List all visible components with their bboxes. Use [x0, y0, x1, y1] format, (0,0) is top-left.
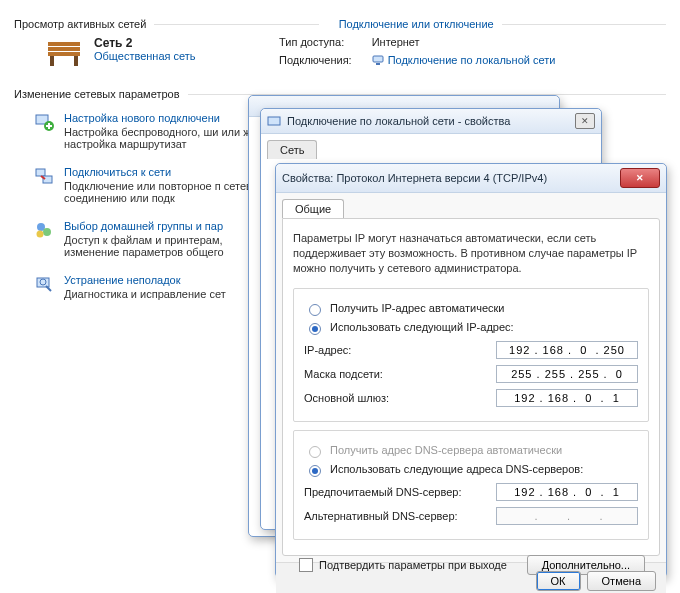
window-ipv4-properties: Свойства: Протокол Интернета версии 4 (T…: [275, 163, 667, 578]
info-text: Параметры IP могут назначаться автоматич…: [293, 231, 649, 276]
network-connect-icon: [34, 166, 54, 186]
divider: [502, 24, 666, 25]
titlebar[interactable]: Свойства: Протокол Интернета версии 4 (T…: [276, 164, 666, 193]
network-row: Сеть 2 Общественная сеть Тип доступа: По…: [14, 36, 666, 70]
ip-address-input[interactable]: [496, 341, 638, 359]
network-type-link[interactable]: Общественная сеть: [94, 50, 196, 62]
homegroup-icon: [34, 220, 54, 240]
ok-button[interactable]: ОК: [536, 571, 581, 591]
section-title: Изменение сетевых параметров: [14, 88, 180, 100]
task-troubleshoot[interactable]: Устранение неполадокДиагностика и исправ…: [14, 268, 274, 310]
task-homegroup[interactable]: Выбор домашней группы и парДоступ к файл…: [14, 214, 274, 268]
lan-connection-link[interactable]: Подключение по локальной сети: [388, 54, 556, 66]
svg-rect-0: [48, 42, 80, 46]
alternate-dns-label: Альтернативный DNS-сервер:: [304, 510, 496, 522]
tab-panel-general: Параметры IP могут назначаться автоматич…: [282, 218, 660, 556]
svg-rect-1: [48, 47, 80, 51]
task-desc: Подключение или повторное п сетевому сое…: [64, 180, 274, 204]
window-title: Свойства: Протокол Интернета версии 4 (T…: [282, 172, 614, 184]
svg-rect-9: [36, 169, 45, 176]
task-desc: Доступ к файлам и принтерам, изменение п…: [64, 234, 274, 258]
preferred-dns-label: Предпочитаемый DNS-сервер:: [304, 486, 496, 498]
task-desc: Диагностика и исправление сет: [64, 288, 226, 300]
monitor-icon: [372, 54, 384, 66]
svg-rect-6: [376, 63, 380, 65]
troubleshoot-icon: [34, 274, 54, 294]
ip-group: Получить IP-адрес автоматически Использо…: [293, 288, 649, 422]
task-title: Настройка нового подключени: [64, 112, 274, 124]
svg-rect-4: [74, 56, 78, 66]
wizard-plus-icon: [34, 112, 54, 132]
close-icon[interactable]: ✕: [575, 113, 595, 129]
radio-auto-ip[interactable]: Получить IP-адрес автоматически: [304, 301, 638, 316]
task-desc: Настройка беспроводного, ши или же настр…: [64, 126, 274, 150]
dns-group: Получить адрес DNS-сервера автоматически…: [293, 430, 649, 540]
access-type-label: Тип доступа:: [279, 36, 352, 48]
alternate-dns-input[interactable]: [496, 507, 638, 525]
svg-point-12: [43, 228, 51, 236]
preferred-dns-input[interactable]: [496, 483, 638, 501]
svg-rect-5: [373, 56, 383, 62]
svg-rect-16: [268, 117, 280, 125]
task-connect-network[interactable]: Подключиться к сетиПодключение или повто…: [14, 160, 274, 214]
svg-rect-3: [50, 56, 54, 66]
radio-auto-dns: Получить адрес DNS-сервера автоматически: [304, 443, 638, 458]
network-center-background: Просмотр активных сетей Подключение или …: [0, 0, 680, 593]
task-title: Выбор домашней группы и пар: [64, 220, 274, 232]
svg-point-13: [37, 231, 44, 238]
subnet-mask-label: Маска подсети:: [304, 368, 496, 380]
gateway-label: Основной шлюз:: [304, 392, 496, 404]
task-title: Устранение неполадок: [64, 274, 226, 286]
connections-label: Подключения:: [279, 54, 352, 66]
window-title: Подключение по локальной сети - свойства: [287, 115, 569, 127]
tab-network[interactable]: Сеть: [267, 140, 317, 159]
radio-manual-ip[interactable]: Использовать следующий IP-адрес:: [304, 320, 638, 335]
task-title: Подключиться к сети: [64, 166, 274, 178]
radio-manual-dns[interactable]: Использовать следующие адреса DNS-сервер…: [304, 462, 638, 477]
section-title: Просмотр активных сетей: [14, 18, 146, 30]
divider: [154, 24, 318, 25]
titlebar[interactable]: Подключение по локальной сети - свойства…: [261, 109, 601, 134]
network-name: Сеть 2: [94, 36, 196, 50]
svg-rect-2: [48, 52, 80, 56]
tab-general[interactable]: Общие: [282, 199, 344, 218]
confirm-on-exit-checkbox[interactable]: Подтвердить параметры при выходе: [299, 558, 507, 572]
close-icon[interactable]: ✕: [620, 168, 660, 188]
ip-address-label: IP-адрес:: [304, 344, 496, 356]
subnet-mask-input[interactable]: [496, 365, 638, 383]
gateway-input[interactable]: [496, 389, 638, 407]
task-new-connection[interactable]: Настройка нового подключениНастройка бес…: [14, 106, 274, 160]
bench-icon: [44, 36, 84, 70]
section-active-networks: Просмотр активных сетей Подключение или …: [14, 18, 666, 30]
cancel-button[interactable]: Отмена: [587, 571, 656, 591]
connect-disconnect-link[interactable]: Подключение или отключение: [339, 18, 494, 30]
network-card-icon: [267, 114, 281, 128]
access-type-value: Интернет: [372, 36, 556, 48]
